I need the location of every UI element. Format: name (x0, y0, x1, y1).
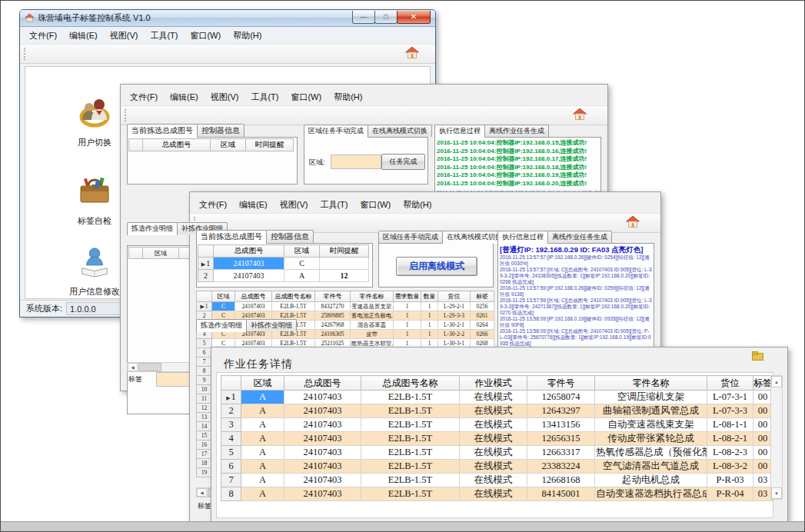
scroll-left-arrow[interactable]: ◀ (197, 488, 207, 497)
tab-exec-info[interactable]: 执行信息过程 (434, 125, 485, 138)
menu-item[interactable]: 编辑(E) (63, 28, 104, 43)
cell[interactable]: E2LB-1.5T (361, 418, 460, 432)
cell[interactable]: 24107403 (284, 487, 361, 501)
col-header[interactable]: 总成图号 (284, 376, 361, 391)
cell[interactable]: 在线模式 (460, 487, 527, 501)
cell[interactable]: 15 (197, 431, 212, 441)
col-header[interactable]: 总成图号 (143, 139, 211, 151)
cell[interactable]: 1 (198, 258, 214, 270)
cell[interactable]: 1 (394, 311, 421, 321)
cell[interactable]: 23383224 (527, 460, 595, 474)
scroll-thumb[interactable] (138, 363, 161, 371)
cell[interactable]: 0256 (471, 302, 494, 311)
cell[interactable]: 24107403 (284, 446, 361, 460)
cell[interactable]: 13 (197, 413, 212, 422)
menu-item[interactable]: 编辑(E) (233, 198, 274, 212)
scroll-left-arrow[interactable]: ◀ (128, 363, 138, 371)
menu-item[interactable]: 窗口(W) (184, 28, 227, 43)
cell[interactable]: C (284, 258, 320, 270)
menu-item[interactable]: 文件(F) (23, 28, 63, 43)
col-header[interactable]: 零件名称 (595, 376, 707, 391)
cell[interactable]: 00 (753, 404, 773, 418)
home-button[interactable] (570, 108, 589, 123)
col-header[interactable]: 总成图号名称 (272, 291, 315, 302)
cell[interactable]: 24107403 (235, 302, 272, 311)
cell[interactable]: A (284, 270, 320, 282)
cell[interactable]: 1 (221, 391, 241, 404)
sidebar-item-user-switch[interactable]: 用户切换 (77, 95, 112, 148)
col-header[interactable]: 区域 (241, 376, 284, 391)
home-button[interactable] (624, 215, 642, 231)
menu-item[interactable]: 帮助(H) (227, 28, 268, 43)
tab-area-manual[interactable]: 区域任务手动完成 (378, 231, 443, 243)
cell[interactable]: 5 (221, 446, 241, 460)
col-header[interactable]: 零件号 (527, 376, 595, 391)
cell[interactable]: 24107403 (284, 432, 361, 446)
col-header[interactable]: 零件号 (315, 291, 351, 302)
cell[interactable]: 空气滤清器出气道总成 (595, 460, 707, 474)
cell[interactable]: 00 (753, 391, 773, 404)
cell[interactable]: 起动电机总成 (595, 474, 707, 487)
col-header[interactable]: 零件名称 (351, 291, 394, 302)
cell[interactable]: 12 (320, 270, 369, 282)
cell[interactable]: 13413156 (527, 418, 595, 432)
cell[interactable]: 00 (753, 418, 773, 432)
cell[interactable]: A (241, 404, 284, 418)
cell[interactable]: 在线模式 (460, 460, 527, 474)
cell[interactable]: 84327270 (315, 302, 351, 311)
cell[interactable]: 11 (197, 394, 212, 404)
menu-item[interactable]: 窗口(W) (284, 90, 328, 105)
cell[interactable]: 7 (221, 474, 241, 487)
cell[interactable]: 12643297 (527, 404, 595, 418)
cell[interactable]: 7 (197, 357, 212, 367)
area-input[interactable] (331, 155, 381, 169)
menu-item[interactable]: 帮助(H) (328, 90, 368, 105)
tab-offline-task[interactable]: 离线作业任务生成 (484, 125, 549, 137)
tab-pick-detail[interactable]: 拣选作业明细 (127, 222, 178, 235)
menu-item[interactable]: 视图(V) (274, 198, 314, 212)
sidebar-item-label-selfcheck[interactable]: 标签自检 (77, 175, 112, 227)
menu-item[interactable]: 工具(T) (314, 198, 354, 212)
cell[interactable]: 自动变速器选档执行器总成 (595, 487, 707, 501)
cell[interactable]: A (241, 432, 284, 446)
cell[interactable]: 10 (197, 385, 212, 394)
cell[interactable]: 自动变速器线束支架 (595, 418, 707, 432)
cell[interactable]: 14 (197, 422, 212, 431)
col-header[interactable]: 区域 (284, 245, 320, 258)
col-header[interactable]: 标签 (471, 291, 494, 302)
cell[interactable]: E2LB-1.5T (361, 432, 460, 446)
task-done-button[interactable]: 任务完成 (381, 154, 425, 170)
cell[interactable]: 3 (221, 418, 241, 432)
col-header[interactable]: 总成图号 (214, 245, 284, 258)
col-header[interactable]: 区域 (211, 139, 246, 151)
cell[interactable]: 00 (753, 432, 773, 446)
cell[interactable]: L-29-2-1 (438, 302, 471, 311)
cell[interactable]: A (241, 391, 284, 404)
cell[interactable]: 03 (753, 474, 773, 487)
scroll-up-arrow[interactable]: ▲ (771, 376, 782, 387)
cell[interactable]: 12656315 (527, 432, 595, 446)
col-header[interactable]: 需求数量 (394, 291, 421, 302)
cell[interactable]: 9 (197, 376, 212, 385)
cell[interactable]: L-08-2-3 (707, 446, 753, 460)
cell[interactable]: A (241, 474, 284, 487)
cell[interactable]: 17 (197, 450, 212, 459)
cell[interactable]: 8 (221, 487, 241, 501)
cell[interactable]: 12668168 (527, 474, 595, 487)
cell[interactable]: 24107403 (214, 270, 284, 282)
tab-area-manual[interactable]: 区域任务手动完成 (304, 125, 368, 138)
tab-controller-info[interactable]: 控制器信息 (266, 230, 314, 243)
cell[interactable]: L-08-3-2 (707, 460, 753, 474)
col-header[interactable] (129, 139, 143, 151)
vertical-scrollbar[interactable]: ▲ ▼ (770, 375, 783, 500)
col-header[interactable]: 货位 (707, 376, 753, 391)
cell[interactable]: 蓄电池正负极电… (351, 311, 394, 321)
cell[interactable]: 25809885 (315, 311, 351, 321)
col-header[interactable]: 时间提醒 (320, 245, 369, 258)
cell[interactable]: 24107403 (214, 258, 284, 270)
table-row[interactable]: 1A24107403E2LB-1.5T在线模式12658074空调压缩机支架L-… (221, 391, 773, 404)
cell[interactable]: 03 (753, 487, 773, 501)
col-header[interactable]: 标签 (753, 376, 773, 391)
cell[interactable]: 在线模式 (460, 418, 527, 432)
cell[interactable]: 24107403 (284, 460, 361, 474)
